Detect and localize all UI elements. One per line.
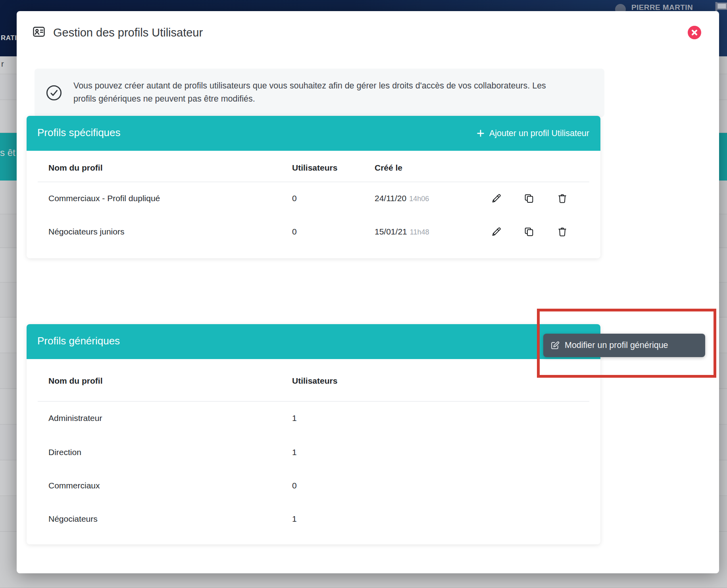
profile-name: Commerciaux - Profil dupliqué [48, 194, 160, 203]
profile-name: Administrateur [48, 413, 102, 423]
generic-profiles-header: Profils génériques [27, 324, 600, 359]
column-header-users: Utilisateurs [292, 376, 337, 386]
delete-icon[interactable] [557, 226, 568, 237]
section-title: Profils génériques [37, 335, 120, 347]
id-card-icon [32, 25, 46, 39]
annotation-highlight-box: Modifier un profil générique [537, 309, 716, 378]
add-profile-button[interactable]: Ajouter un profil Utilisateur [476, 116, 589, 151]
column-header-created: Créé le [375, 163, 402, 173]
modal-title: Gestion des profils Utilisateur [53, 26, 203, 39]
profile-users-count: 0 [292, 194, 297, 203]
profile-created: 15/01/2111h48 [375, 227, 429, 236]
edit-icon[interactable] [491, 193, 502, 204]
profile-name: Négociateurs juniors [48, 227, 124, 236]
edit-square-icon [550, 340, 560, 350]
delete-icon[interactable] [557, 193, 568, 204]
column-header-name: Nom du profil [48, 376, 102, 386]
info-line-2: profils génériques ne peuvent pas être m… [73, 92, 546, 106]
profile-management-modal: Gestion des profils Utilisateur Vous pou… [17, 11, 719, 573]
specific-profiles-card: Profils spécifiques Ajouter un profil Ut… [27, 116, 600, 258]
duplicate-icon[interactable] [523, 193, 535, 204]
profile-name: Commerciaux [48, 481, 100, 490]
created-time: 14h06 [409, 195, 429, 203]
profile-users-count: 1 [292, 448, 297, 457]
plus-icon [476, 129, 485, 138]
profile-name: Direction [48, 448, 81, 457]
profile-users-count: 0 [292, 481, 297, 490]
specific-profiles-header: Profils spécifiques Ajouter un profil Ut… [27, 116, 600, 151]
profile-users-count: 1 [292, 413, 297, 423]
table-divider [38, 401, 589, 402]
created-date: 24/11/20 [375, 194, 406, 203]
created-time: 11h48 [410, 228, 429, 236]
profile-name: Négociateurs [48, 514, 98, 524]
tooltip-label: Modifier un profil générique [565, 340, 668, 350]
column-header-users: Utilisateurs [292, 163, 337, 173]
info-banner-text: Vous pouvez créer autant de profils util… [73, 79, 546, 106]
info-banner: Vous pouvez créer autant de profils util… [35, 69, 604, 117]
circle-check-icon [45, 84, 63, 102]
section-title: Profils spécifiques [37, 127, 121, 139]
edit-icon[interactable] [491, 226, 502, 237]
table-divider [38, 182, 589, 182]
column-header-name: Nom du profil [48, 163, 102, 173]
profile-users-count: 1 [292, 514, 297, 524]
edit-generic-profile-tooltip[interactable]: Modifier un profil générique [543, 334, 705, 357]
profile-users-count: 0 [292, 227, 297, 236]
generic-profiles-card: Profils génériques Nom du profil Utilisa… [27, 324, 600, 544]
close-icon[interactable] [688, 26, 701, 39]
add-profile-label: Ajouter un profil Utilisateur [489, 129, 589, 138]
profile-created: 24/11/2014h06 [375, 194, 429, 203]
duplicate-icon[interactable] [523, 226, 535, 237]
created-date: 15/01/21 [375, 227, 407, 236]
info-line-1: Vous pouvez créer autant de profils util… [73, 79, 546, 92]
